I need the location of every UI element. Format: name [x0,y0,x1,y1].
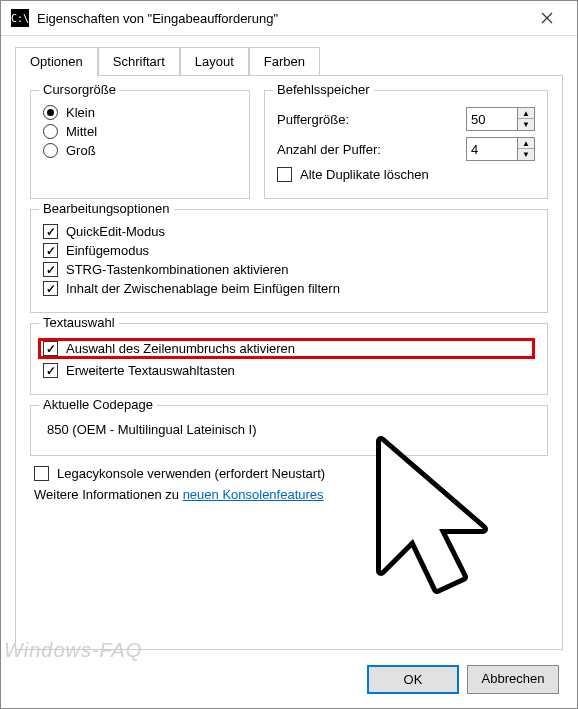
edit-options-group: Bearbeitungsoptionen QuickEdit-Modus Ein… [30,209,548,313]
spinner-down-icon[interactable]: ▼ [518,119,534,130]
info-prefix: Weitere Informationen zu [34,487,183,502]
tab-layout[interactable]: Layout [180,47,249,76]
tab-panel: Cursorgröße Klein Mittel Groß Befehlsspe… [15,75,563,650]
cursor-size-legend: Cursorgröße [39,82,120,97]
ctrlkeys-label: STRG-Tastenkombinationen aktivieren [66,262,289,277]
radio-icon [43,105,58,120]
checkbox-icon [43,243,58,258]
cancel-button[interactable]: Abbrechen [467,665,559,694]
tab-colors[interactable]: Farben [249,47,320,76]
command-history-group: Befehlsspeicher Puffergröße: ▲ ▼ Anzahl … [264,90,548,199]
legacy-console-label: Legacykonsole verwenden (erfordert Neust… [57,466,325,481]
cursor-large-label: Groß [66,143,96,158]
window-title: Eigenschaften von "Eingabeaufforderung" [37,11,527,26]
ok-button[interactable]: OK [367,665,459,694]
buffer-count-input[interactable] [466,137,518,161]
edit-options-legend: Bearbeitungsoptionen [39,201,174,216]
cmd-icon: C:\ [11,9,29,27]
tab-options[interactable]: Optionen [15,47,98,76]
tab-strip: Optionen Schriftart Layout Farben [1,36,577,75]
quickedit-label: QuickEdit-Modus [66,224,165,239]
buffer-size-label: Puffergröße: [277,112,349,127]
checkbox-icon [43,281,58,296]
codepage-legend: Aktuelle Codepage [39,397,157,412]
linewrap-label: Auswahl des Zeilenumbruchs aktivieren [66,341,295,356]
filterpaste-label: Inhalt der Zwischenablage beim Einfügen … [66,281,340,296]
spinner-down-icon[interactable]: ▼ [518,149,534,160]
cursor-large-row[interactable]: Groß [43,143,237,158]
extended-select-label: Erweiterte Textauswahltasten [66,363,235,378]
console-features-link[interactable]: neuen Konsolenfeatures [183,487,324,502]
linewrap-row[interactable]: Auswahl des Zeilenumbruchs aktivieren [38,338,535,359]
checkbox-icon [34,466,49,481]
buffer-count-spinner[interactable]: ▲ ▼ [466,137,535,161]
text-selection-legend: Textauswahl [39,315,119,330]
watermark: Windows-FAQ [4,639,142,662]
spinner-up-icon[interactable]: ▲ [518,138,534,149]
buffer-size-spinner[interactable]: ▲ ▼ [466,107,535,131]
checkbox-icon [43,224,58,239]
checkbox-icon [43,363,58,378]
codepage-group: Aktuelle Codepage 850 (OEM - Multilingua… [30,405,548,456]
discard-duplicates-label: Alte Duplikate löschen [300,167,429,182]
insertmode-row[interactable]: Einfügemodus [43,243,535,258]
codepage-value: 850 (OEM - Multilingual Lateinisch I) [43,416,535,443]
checkbox-icon [277,167,292,182]
quickedit-row[interactable]: QuickEdit-Modus [43,224,535,239]
radio-icon [43,124,58,139]
cursor-medium-row[interactable]: Mittel [43,124,237,139]
cursor-small-label: Klein [66,105,95,120]
buffer-count-label: Anzahl der Puffer: [277,142,381,157]
text-selection-group: Textauswahl Auswahl des Zeilenumbruchs a… [30,323,548,395]
close-icon [541,12,553,24]
buffer-size-input[interactable] [466,107,518,131]
insertmode-label: Einfügemodus [66,243,149,258]
checkbox-icon [43,262,58,277]
cursor-size-group: Cursorgröße Klein Mittel Groß [30,90,250,199]
properties-dialog: C:\ Eigenschaften von "Eingabeaufforderu… [0,0,578,709]
spinner-up-icon[interactable]: ▲ [518,108,534,119]
titlebar: C:\ Eigenschaften von "Eingabeaufforderu… [1,1,577,36]
filterpaste-row[interactable]: Inhalt der Zwischenablage beim Einfügen … [43,281,535,296]
cursor-small-row[interactable]: Klein [43,105,237,120]
checkbox-icon [43,341,58,356]
close-button[interactable] [527,3,567,33]
radio-icon [43,143,58,158]
command-history-legend: Befehlsspeicher [273,82,374,97]
extended-select-row[interactable]: Erweiterte Textauswahltasten [43,363,535,378]
dialog-buttons: OK Abbrechen [367,665,559,694]
tab-font[interactable]: Schriftart [98,47,180,76]
discard-duplicates-row[interactable]: Alte Duplikate löschen [277,167,535,182]
legacy-console-row[interactable]: Legacykonsole verwenden (erfordert Neust… [34,466,544,481]
ctrlkeys-row[interactable]: STRG-Tastenkombinationen aktivieren [43,262,535,277]
cursor-medium-label: Mittel [66,124,97,139]
info-line: Weitere Informationen zu neuen Konsolenf… [34,487,544,502]
